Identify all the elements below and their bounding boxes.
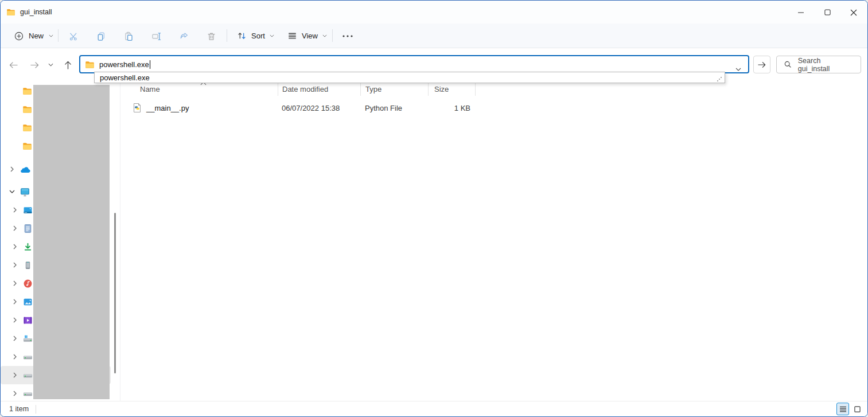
back-button[interactable] [4,56,23,74]
sort-icon [237,31,247,41]
paste-icon [124,32,134,41]
item-count: 1 item [9,405,29,413]
mobile-device-icon [23,260,33,270]
documents-icon [23,224,33,233]
drive-icon [23,371,33,380]
rename-button[interactable] [145,28,167,45]
go-arrow-icon [757,61,766,69]
sort-button-label: Sort [251,32,265,40]
music-icon [23,279,33,289]
chevron-right-icon[interactable] [11,336,18,341]
folder-icon [22,141,32,151]
address-autocomplete-dropdown: powershell.exe [94,72,725,83]
column-header-type[interactable]: Type [360,83,428,96]
chevron-down-icon [322,34,327,37]
share-icon [179,32,189,41]
this-pc-monitor-icon [20,187,30,197]
folder-icon [22,104,32,114]
chevron-down-icon [270,34,274,37]
chevron-right-icon[interactable] [11,317,18,323]
chevron-down-icon[interactable] [9,190,15,193]
cut-button[interactable] [63,28,84,45]
file-row[interactable]: __main__.py 06/07/2022 15:38 Python File… [120,100,867,115]
file-name: __main__.py [146,104,189,112]
window-title: gui_install [20,8,52,16]
sort-button[interactable]: Sort [232,27,279,45]
recent-locations-button[interactable] [44,56,57,74]
search-icon [784,60,792,69]
chevron-right-icon[interactable] [11,244,18,250]
copy-icon [96,32,106,41]
column-separator [475,83,476,96]
minimize-icon [797,9,804,16]
close-icon [850,9,857,16]
copy-button[interactable] [90,28,112,45]
chevron-right-icon[interactable] [11,391,18,396]
window-controls [788,1,867,24]
cut-icon [69,32,79,41]
toolbar-divider [58,29,59,42]
folder-icon [6,7,15,17]
maximize-button[interactable] [814,1,840,24]
videos-icon [23,315,33,325]
file-size: 1 KB [428,104,475,112]
status-bar: 1 item [1,401,867,416]
os-drive-icon [23,334,33,344]
minimize-button[interactable] [788,1,814,24]
chevron-right-icon[interactable] [11,299,18,305]
details-view-icon [839,406,847,412]
view-toggles [836,403,863,415]
folder-icon [85,60,95,69]
chevron-right-icon[interactable] [9,166,15,172]
chevron-right-icon[interactable] [11,262,18,268]
delete-button[interactable] [200,28,222,45]
folder-icon [22,86,32,96]
paste-button[interactable] [118,28,139,45]
sidebar-scrollbar[interactable] [114,213,116,373]
column-header-name[interactable]: Name [120,83,278,96]
search-placeholder: Search gui_install [798,57,854,73]
chevron-right-icon[interactable] [11,280,18,286]
share-button[interactable] [173,28,194,45]
details-view-button[interactable] [836,403,849,415]
title-bar: gui_install [1,1,867,24]
onedrive-cloud-icon [20,166,31,173]
view-icon [287,31,297,41]
chevron-right-icon[interactable] [11,225,18,231]
address-text: powershell.exe [99,60,149,69]
command-bar: New Sort View [1,24,867,48]
toolbar-divider [332,29,333,42]
up-button[interactable] [59,56,77,74]
python-file-icon [132,103,142,113]
close-button[interactable] [840,1,867,24]
see-more-button[interactable] [337,28,359,45]
folder-icon [22,123,32,132]
large-icons-view-button[interactable] [851,403,863,415]
forward-arrow-icon [30,61,40,69]
chevron-right-icon[interactable] [11,354,18,360]
chevron-right-icon[interactable] [11,372,18,378]
back-arrow-icon [9,61,18,69]
column-header-size[interactable]: Size [428,83,475,96]
resize-grip-icon[interactable] [717,76,723,81]
autocomplete-suggestion[interactable]: powershell.exe [100,73,150,82]
plus-circle-icon [14,32,24,41]
drive-icon [23,389,33,399]
new-button-label: New [29,32,44,40]
search-input[interactable]: Search gui_install [776,56,861,73]
file-type: Python File [360,104,428,112]
view-button[interactable]: View [283,27,332,45]
trash-icon [207,32,216,41]
new-button[interactable]: New [9,27,59,45]
chevron-right-icon[interactable] [11,207,18,213]
address-dropdown-button[interactable] [735,63,741,73]
desktop-icon [23,205,33,215]
chevron-down-icon [49,34,53,37]
large-icons-view-icon [854,406,861,412]
forward-button[interactable] [25,56,44,74]
drive-icon [23,352,33,362]
column-header-date-modified[interactable]: Date modified [278,83,360,96]
address-bar-input[interactable]: powershell.exe [79,55,749,73]
go-to-button[interactable] [753,56,770,73]
file-date-modified: 06/07/2022 15:38 [278,104,360,112]
